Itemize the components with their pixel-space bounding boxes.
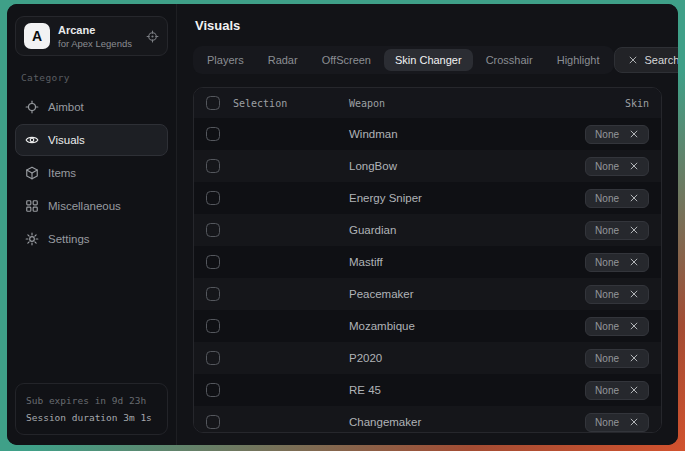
remove-skin-icon[interactable] — [629, 257, 639, 267]
search-button-label: Search — [645, 54, 678, 66]
sidebar-item[interactable]: Miscellaneous — [15, 190, 168, 222]
remove-skin-icon[interactable] — [629, 385, 639, 395]
target-icon[interactable] — [146, 30, 159, 43]
weapon-name: Changemaker — [349, 416, 585, 428]
sidebar-item-label: Miscellaneous — [48, 200, 121, 212]
sidebar-item-icon — [25, 166, 39, 180]
remove-skin-icon[interactable] — [629, 161, 639, 171]
weapon-name: LongBow — [349, 160, 585, 172]
row-checkbox[interactable] — [206, 223, 220, 237]
sidebar-item-icon — [25, 100, 39, 114]
row-checkbox[interactable] — [206, 191, 220, 205]
row-checkbox[interactable] — [206, 255, 220, 269]
remove-skin-icon[interactable] — [629, 129, 639, 139]
sub-expiry-text: Sub expires in 9d 23h — [26, 392, 157, 409]
skin-badge-label: None — [595, 193, 619, 204]
row-checkbox[interactable] — [206, 159, 220, 173]
tab-label: Players — [207, 54, 244, 66]
remove-skin-icon[interactable] — [629, 417, 639, 427]
table-row: Peacemaker None — [194, 278, 661, 310]
remove-skin-icon[interactable] — [629, 193, 639, 203]
weapon-name: Energy Sniper — [349, 192, 585, 204]
sidebar-item-label: Items — [48, 167, 76, 179]
remove-skin-icon[interactable] — [629, 321, 639, 331]
toolbar: Players Radar OffScreen Skin Changer Cro… — [193, 46, 662, 74]
skin-badge[interactable]: None — [585, 125, 649, 144]
search-button[interactable]: Search — [614, 47, 678, 73]
sidebar-item-label: Visuals — [48, 134, 85, 146]
tab[interactable]: OffScreen — [311, 49, 382, 71]
table-row: Windman None — [194, 118, 661, 150]
weapon-name: Guardian — [349, 224, 585, 236]
tab-label: Highlight — [557, 54, 600, 66]
sidebar-item-icon — [25, 199, 39, 213]
weapon-column-header: Weapon — [349, 98, 625, 109]
skin-badge[interactable]: None — [585, 317, 649, 336]
weapon-name: Windman — [349, 128, 585, 140]
table-row: RE 45 None — [194, 374, 661, 406]
skin-badge[interactable]: None — [585, 381, 649, 400]
sidebar-item[interactable]: Visuals — [15, 124, 168, 156]
tab-label: OffScreen — [322, 54, 371, 66]
skin-badge[interactable]: None — [585, 189, 649, 208]
table-row: Changemaker None — [194, 406, 661, 433]
skin-badge-label: None — [595, 225, 619, 236]
profile-card: A Arcane for Apex Legends — [15, 16, 168, 56]
row-checkbox[interactable] — [206, 415, 220, 429]
app-title: Arcane — [58, 24, 138, 36]
app-window: A Arcane for Apex Legends Category Aimbo… — [7, 4, 678, 445]
row-checkbox[interactable] — [206, 319, 220, 333]
row-checkbox[interactable] — [206, 383, 220, 397]
sidebar-item[interactable]: Aimbot — [15, 91, 168, 123]
subscription-info-card: Sub expires in 9d 23h Session duration 3… — [15, 383, 168, 435]
sidebar-item-label: Aimbot — [48, 101, 84, 113]
row-checkbox[interactable] — [206, 127, 220, 141]
selection-column-header: Selection — [233, 98, 287, 109]
remove-skin-icon[interactable] — [629, 353, 639, 363]
tab-label: Skin Changer — [395, 54, 462, 66]
skin-badge[interactable]: None — [585, 349, 649, 368]
sidebar-item-label: Settings — [48, 233, 90, 245]
tab-bar: Players Radar OffScreen Skin Changer Cro… — [193, 46, 614, 74]
skin-badge-label: None — [595, 321, 619, 332]
skin-badge[interactable]: None — [585, 157, 649, 176]
sidebar: A Arcane for Apex Legends Category Aimbo… — [7, 4, 177, 445]
x-icon — [628, 55, 638, 65]
skin-badge-label: None — [595, 257, 619, 268]
category-label: Category — [21, 72, 162, 83]
weapon-name: Peacemaker — [349, 288, 585, 300]
sidebar-item[interactable]: Settings — [15, 223, 168, 255]
skin-badge[interactable]: None — [585, 253, 649, 272]
skin-badge-label: None — [595, 289, 619, 300]
page-title: Visuals — [195, 18, 662, 33]
row-checkbox[interactable] — [206, 351, 220, 365]
tab[interactable]: Crosshair — [475, 49, 544, 71]
skin-column-header: Skin — [625, 98, 649, 109]
sidebar-item-icon — [25, 232, 39, 246]
sidebar-item-icon — [25, 133, 39, 147]
remove-skin-icon[interactable] — [629, 289, 639, 299]
app-subtitle: for Apex Legends — [58, 38, 138, 49]
table-header: Selection Weapon Skin — [194, 88, 661, 118]
app-logo: A — [24, 23, 50, 49]
select-all-checkbox[interactable] — [206, 96, 220, 110]
skin-badge[interactable]: None — [585, 413, 649, 432]
skin-badge-label: None — [595, 129, 619, 140]
tab[interactable]: Skin Changer — [384, 49, 473, 71]
skin-badge[interactable]: None — [585, 285, 649, 304]
remove-skin-icon[interactable] — [629, 225, 639, 235]
tab-label: Crosshair — [486, 54, 533, 66]
sidebar-nav: Aimbot Visuals Items Miscellaneous Setti… — [15, 90, 168, 256]
tab[interactable]: Players — [196, 49, 255, 71]
table-row: Guardian None — [194, 214, 661, 246]
row-checkbox[interactable] — [206, 287, 220, 301]
tab[interactable]: Radar — [257, 49, 309, 71]
weapon-name: Mozambique — [349, 320, 585, 332]
table-body: Windman None LongBow None — [194, 118, 661, 433]
skin-badge[interactable]: None — [585, 221, 649, 240]
skin-badge-label: None — [595, 385, 619, 396]
tab[interactable]: Highlight — [546, 49, 611, 71]
tab-label: Radar — [268, 54, 298, 66]
weapon-name: P2020 — [349, 352, 585, 364]
sidebar-item[interactable]: Items — [15, 157, 168, 189]
